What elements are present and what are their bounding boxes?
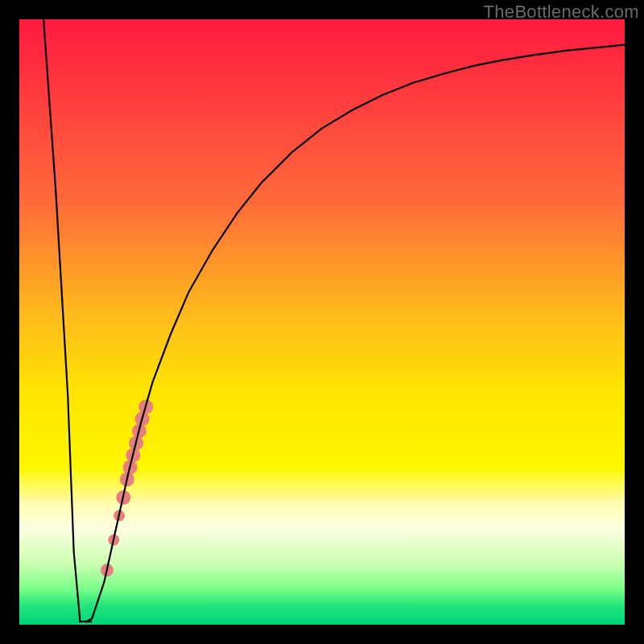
chart-svg (19, 19, 625, 625)
plot-area (19, 19, 625, 625)
watermark-text: TheBottleneck.com (484, 2, 639, 23)
chart-frame: TheBottleneck.com (0, 0, 644, 644)
gradient-background (19, 19, 625, 625)
